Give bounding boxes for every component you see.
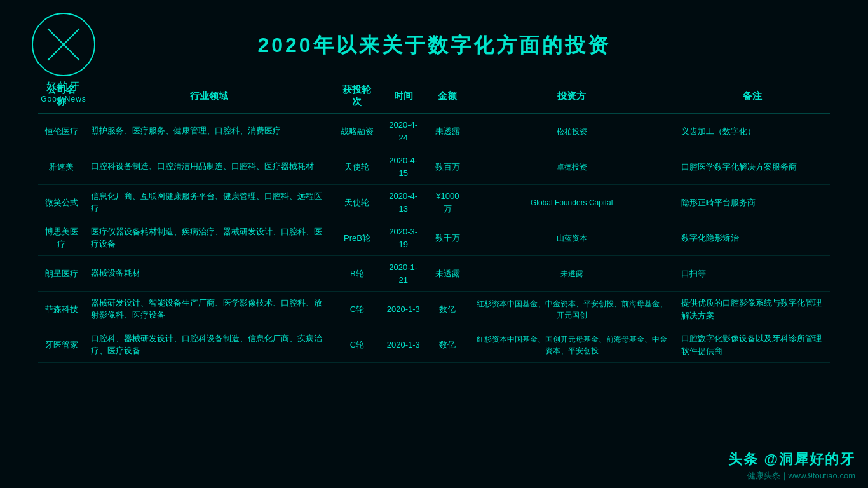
cell-amount: 数千万 — [426, 220, 468, 256]
cell-date: 2020-1-3 — [380, 292, 426, 327]
cell-industry: 口腔科设备制造、口腔清洁用品制造、口腔科、医疗器械耗材 — [85, 149, 334, 185]
cell-industry: 器械设备耗材 — [85, 256, 334, 292]
cell-date: 2020-1-3 — [380, 327, 426, 363]
cell-date: 2020-3-19 — [380, 220, 426, 256]
cell-round: 天使轮 — [334, 149, 381, 185]
logo-text-cn: 好的牙 — [46, 80, 81, 93]
footer-toutiao-label: 头条 — [728, 451, 764, 467]
cell-industry: 信息化厂商、互联网健康服务平台、健康管理、口腔科、远程医疗 — [85, 185, 334, 220]
cell-date: 2020-4-15 — [380, 149, 426, 185]
investment-table: 公司名称 行业领域 获投轮次 时间 金额 投资方 备注 恒伦医疗照护服务、医疗服… — [38, 79, 830, 363]
cell-note: 口腔医学数字化解决方案服务商 — [675, 149, 830, 185]
cell-note: 隐形正畸平台服务商 — [675, 185, 830, 220]
cell-note: 义齿加工（数字化） — [675, 114, 830, 149]
cell-note: 口腔数字化影像设备以及牙科诊所管理软件提供商 — [675, 327, 830, 363]
cell-round: PreB轮 — [334, 220, 381, 256]
logo-circle — [32, 13, 95, 76]
cell-investor: 卓德投资 — [468, 149, 675, 185]
cell-round: 战略融资 — [334, 114, 381, 149]
cell-date: 2020-4-24 — [380, 114, 426, 149]
data-table-container: 公司名称 行业领域 获投轮次 时间 金额 投资方 备注 恒伦医疗照护服务、医疗服… — [38, 79, 830, 363]
footer-website: 健康头条｜www.9toutiao.com — [747, 470, 856, 482]
cell-round: B轮 — [334, 256, 381, 292]
table-row: 朗呈医疗器械设备耗材B轮2020-1-21未透露未透露口扫等 — [38, 256, 830, 292]
table-row: 雅速美口腔科设备制造、口腔清洁用品制造、口腔科、医疗器械耗材天使轮2020-4-… — [38, 149, 830, 185]
logo-text-en: Good News — [41, 95, 86, 104]
cell-industry: 器械研发设计、智能设备生产厂商、医学影像技术、口腔科、放射影像科、医疗设备 — [85, 292, 334, 327]
col-date: 时间 — [380, 79, 426, 114]
table-row: 牙医管家口腔科、器械研发设计、口腔科设备制造、信息化厂商、疾病治疗、医疗设备C轮… — [38, 327, 830, 363]
page-title: 2020年以来关于数字化方面的投资 — [0, 19, 868, 60]
col-investor: 投资方 — [468, 79, 675, 114]
cell-investor: 松柏投资 — [468, 114, 675, 149]
logo-area: 好的牙 Good News — [13, 13, 114, 104]
cell-industry: 口腔科、器械研发设计、口腔科设备制造、信息化厂商、疾病治疗、医疗设备 — [85, 327, 334, 363]
col-note: 备注 — [675, 79, 830, 114]
cell-company: 雅速美 — [38, 149, 85, 185]
cell-industry: 医疗仪器设备耗材制造、疾病治疗、器械研发设计、口腔科、医疗设备 — [85, 220, 334, 256]
cell-amount: ¥1000万 — [426, 185, 468, 220]
cell-note: 数字化隐形矫治 — [675, 220, 830, 256]
table-row: 博思美医疗医疗仪器设备耗材制造、疾病治疗、器械研发设计、口腔科、医疗设备PreB… — [38, 220, 830, 256]
cell-note: 提供优质的口腔影像系统与数字化管理解决方案 — [675, 292, 830, 327]
cell-round: C轮 — [334, 327, 381, 363]
cell-company: 牙医管家 — [38, 327, 85, 363]
footer-at-label: @洞犀好的牙 — [764, 451, 855, 467]
cell-investor: 未透露 — [468, 256, 675, 292]
cell-amount: 未透露 — [426, 256, 468, 292]
cell-round: C轮 — [334, 292, 381, 327]
cell-company: 恒伦医疗 — [38, 114, 85, 149]
cell-company: 博思美医疗 — [38, 220, 85, 256]
footer-toutiao: 头条 @洞犀好的牙 — [728, 450, 855, 469]
cell-industry: 照护服务、医疗服务、健康管理、口腔科、消费医疗 — [85, 114, 334, 149]
col-round: 获投轮次 — [334, 79, 381, 114]
cell-company: 菲森科技 — [38, 292, 85, 327]
cell-amount: 数亿 — [426, 327, 468, 363]
cell-investor: 山蓝资本 — [468, 220, 675, 256]
cell-investor: 红杉资本中国基金、国创开元母基金、前海母基金、中金资本、平安创投 — [468, 327, 675, 363]
cell-investor: Global Founders Capital — [468, 185, 675, 220]
footer: 头条 @洞犀好的牙 健康头条｜www.9toutiao.com — [728, 450, 855, 482]
cell-amount: 数百万 — [426, 149, 468, 185]
cell-note: 口扫等 — [675, 256, 830, 292]
col-industry: 行业领域 — [85, 79, 334, 114]
col-amount: 金额 — [426, 79, 468, 114]
cell-amount: 数亿 — [426, 292, 468, 327]
cell-amount: 未透露 — [426, 114, 468, 149]
cell-date: 2020-4-13 — [380, 185, 426, 220]
table-header-row: 公司名称 行业领域 获投轮次 时间 金额 投资方 备注 — [38, 79, 830, 114]
cell-investor: 红杉资本中国基金、中金资本、平安创投、前海母基金、开元国创 — [468, 292, 675, 327]
table-row: 菲森科技器械研发设计、智能设备生产厂商、医学影像技术、口腔科、放射影像科、医疗设… — [38, 292, 830, 327]
table-row: 微笑公式信息化厂商、互联网健康服务平台、健康管理、口腔科、远程医疗天使轮2020… — [38, 185, 830, 220]
cell-company: 微笑公式 — [38, 185, 85, 220]
cell-round: 天使轮 — [334, 185, 381, 220]
cell-company: 朗呈医疗 — [38, 256, 85, 292]
cell-date: 2020-1-21 — [380, 256, 426, 292]
table-row: 恒伦医疗照护服务、医疗服务、健康管理、口腔科、消费医疗战略融资2020-4-24… — [38, 114, 830, 149]
